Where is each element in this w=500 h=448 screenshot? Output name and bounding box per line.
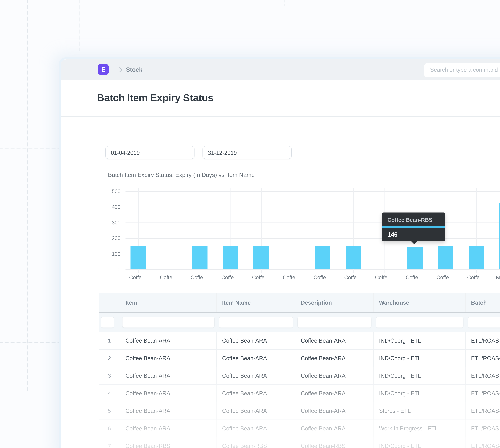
table-row[interactable]: 6Coffee Bean-ARACoffee Bean-ARACoffee Be… (99, 420, 500, 437)
chart-tooltip-value: 146 (382, 228, 445, 241)
column-filter-input[interactable] (297, 317, 371, 328)
x-axis-label: Coffe ... (429, 274, 462, 280)
canvas-dashed-line (0, 246, 61, 246)
table-cell: Coffee Bean-RBS (217, 437, 295, 448)
chart-bar[interactable] (499, 203, 500, 269)
column-header-warehouse[interactable]: Warehouse (374, 293, 466, 312)
column-filter-input[interactable] (122, 317, 215, 328)
table-row[interactable]: 1Coffee Bean-ARACoffee Bean-ARACoffee Be… (99, 332, 500, 350)
table-row[interactable]: 5Coffee Bean-ARACoffee Bean-ARACoffee Be… (99, 402, 500, 420)
chart-bar[interactable] (315, 246, 330, 270)
stage: E Stock Search or type a command (Ctrl +… (0, 0, 500, 448)
canvas-dashed-line (0, 51, 80, 51)
x-axis-label: MacBo ... (490, 274, 500, 280)
x-axis-label: Coffe ... (367, 274, 401, 280)
y-axis-tick: 400 (103, 204, 120, 210)
table-cell: ETL/ROAS-CFE/ARA00000001 (466, 332, 500, 349)
row-index: 3 (99, 367, 120, 384)
table-cell: Coffee Bean-ARA (120, 420, 217, 437)
column-header-item-name[interactable]: Item Name (217, 293, 295, 312)
breadcrumb[interactable]: Stock (126, 66, 142, 73)
navbar: E Stock Search or type a command (Ctrl +… (61, 59, 500, 80)
row-index: 2 (99, 350, 120, 367)
chart-bar[interactable] (346, 246, 361, 270)
x-axis-label: Coffe ... (306, 274, 339, 280)
table-cell: ETL/ROAS-CFE/RBS00000001 (466, 437, 500, 448)
table-cell: ETL/ROAS-CFE/ARA00000003 (466, 367, 500, 384)
row-index: 4 (99, 385, 120, 402)
chart-tooltip: Coffee Bean-RBS146 (382, 212, 445, 241)
table-cell: Coffee Bean-ARA (120, 385, 217, 402)
gridline-h (126, 269, 500, 270)
table-cell: Work In Progress - ETL (374, 420, 466, 437)
x-axis-label: Coffe ... (244, 274, 278, 280)
column-header-batch[interactable]: Batch (466, 293, 500, 312)
table-cell: Coffee Bean-ARA (295, 332, 373, 349)
row-index: 6 (99, 420, 120, 437)
table-cell: Coffee Bean-ARA (295, 402, 373, 419)
chart-title: Batch Item Expiry Status: Expiry (In Day… (108, 172, 255, 178)
table-cell: Coffee Bean-RBS (120, 437, 217, 448)
chart-bar[interactable] (192, 246, 208, 270)
table-cell: Coffee Bean-ARA (120, 402, 217, 419)
table-cell: ETL/ROAS-CFE/ARA00000002 (466, 420, 500, 437)
gridline-v (292, 188, 292, 273)
table-cell: Coffee Bean-ARA (217, 402, 295, 419)
x-axis-label: Coffe ... (214, 274, 247, 280)
chart-bar[interactable] (130, 246, 146, 270)
from-date-input[interactable]: 01-04-2019 (105, 146, 194, 159)
column-header-description[interactable]: Description (295, 293, 373, 312)
to-date-input[interactable]: 31-12-2019 (203, 146, 291, 159)
chart-bar[interactable] (468, 246, 484, 270)
table-cell: ETL/ROAS-CFE/ARA00000005 (466, 385, 500, 402)
x-axis-label: Coffe ... (398, 274, 432, 280)
table-row[interactable]: 3Coffee Bean-ARACoffee Bean-ARACoffee Be… (99, 367, 500, 385)
table-cell: Coffee Bean-ARA (120, 367, 217, 384)
column-header-item[interactable]: Item (120, 293, 217, 312)
chart-tooltip-title: Coffee Bean-RBS (382, 212, 445, 226)
table-cell: ETL/ROAS-CFE/ARA00000004 (466, 402, 500, 419)
app-logo[interactable]: E (98, 64, 109, 75)
table-cell: Coffee Bean-ARA (295, 420, 373, 437)
table-cell: Coffee Bean-ARA (120, 332, 217, 349)
canvas-dashed-line (27, 0, 28, 391)
row-index: 7 (99, 437, 120, 448)
chart-bar[interactable] (253, 246, 269, 270)
toolbar-separator (97, 139, 500, 139)
y-axis-tick: 300 (103, 220, 120, 225)
gridline-v (169, 188, 169, 273)
table-cell: IND/Coorg - ETL (374, 437, 466, 448)
page-header: Batch Item Expiry Status Menu (61, 80, 500, 117)
table-cell: IND/Coorg - ETL (374, 332, 466, 349)
table-cell: Coffee Bean-ARA (295, 385, 373, 402)
x-axis-label: Coffe ... (152, 274, 186, 280)
row-select-filter[interactable] (101, 317, 114, 328)
column-filter-input[interactable] (376, 317, 464, 328)
chart-tooltip-pointer (411, 241, 417, 244)
row-index: 1 (99, 332, 120, 349)
chart-bar[interactable] (438, 246, 453, 270)
chart-bar[interactable] (407, 247, 423, 269)
table-row[interactable]: 4Coffee Bean-ARACoffee Bean-ARACoffee Be… (99, 385, 500, 402)
x-axis-label: Coffe ... (122, 274, 155, 280)
column-header-index (99, 293, 120, 312)
search-input[interactable]: Search or type a command (Ctrl + G) (424, 63, 500, 77)
row-index: 5 (99, 402, 120, 419)
chart-bar[interactable] (223, 246, 238, 270)
column-filter-input[interactable] (219, 317, 293, 328)
chart-tooltip-divider (382, 226, 445, 228)
table-cell: IND/Coorg - ETL (374, 385, 466, 402)
canvas-dashed-line (0, 148, 61, 149)
table-cell: IND/Coorg - ETL (374, 367, 466, 384)
table-cell: Coffee Bean-ARA (120, 350, 217, 367)
canvas-dashed-line (285, 0, 285, 6)
column-filter-input[interactable] (468, 317, 500, 328)
table-row[interactable]: 2Coffee Bean-ARACoffee Bean-ARACoffee Be… (99, 350, 500, 367)
table-cell: Coffee Bean-ARA (217, 385, 295, 402)
to-date-value: 31-12-2019 (208, 150, 237, 156)
table-row[interactable]: 7Coffee Bean-RBSCoffee Bean-RBSCoffee Be… (99, 437, 500, 448)
y-axis-tick: 200 (103, 235, 120, 241)
from-date-value: 01-04-2019 (111, 150, 140, 156)
y-axis-tick: 500 (103, 188, 120, 194)
breadcrumb-chevron-icon (118, 67, 123, 73)
